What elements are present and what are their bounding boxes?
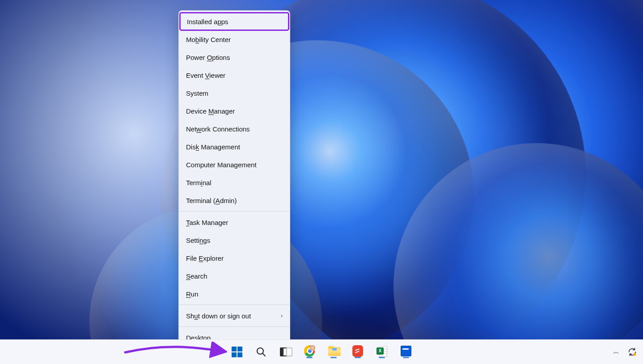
winx-item-label: File Explorer <box>186 254 224 262</box>
menu-separator <box>179 305 290 305</box>
todoist-icon <box>352 346 363 356</box>
svg-line-1 <box>262 353 265 356</box>
winx-item-power-options[interactable]: Power Options <box>179 48 290 66</box>
winx-item-mobility-center[interactable]: Mobility Center <box>179 30 290 48</box>
winx-item-label: Event Viewer <box>186 72 225 79</box>
winx-item-system[interactable]: System <box>179 84 290 102</box>
winx-item-label: Task Manager <box>186 219 228 226</box>
winx-item-label: Power Options <box>186 54 230 61</box>
winx-item-device-manager[interactable]: Device Manager <box>179 102 290 120</box>
winx-item-shut-down-or-sign-out[interactable]: Shut down or sign out› <box>179 307 290 325</box>
taskbar-app-chrome[interactable] <box>300 343 319 361</box>
winx-item-settings[interactable]: Settings <box>179 231 290 249</box>
chrome-icon <box>304 346 315 356</box>
sync-icon <box>627 347 637 357</box>
excel-icon: X <box>376 346 387 356</box>
winx-item-label: Disk Management <box>186 143 240 151</box>
menu-separator <box>179 326 290 327</box>
taskbar-app-excel[interactable]: X <box>372 343 391 361</box>
winx-item-label: Network Connections <box>186 125 250 133</box>
winx-item-search[interactable]: Search <box>179 267 290 285</box>
winx-item-label: Device Manager <box>186 107 235 115</box>
winx-item-installed-apps[interactable]: Installed apps <box>180 13 289 30</box>
winx-item-computer-management[interactable]: Computer Management <box>179 156 290 174</box>
winx-item-label: Shut down or sign out <box>186 312 251 320</box>
winx-menu: Installed appsMobility CenterPower Optio… <box>178 10 290 349</box>
winx-item-label: Run <box>186 290 199 298</box>
taskbar: X ︿ <box>0 339 643 364</box>
winx-item-event-viewer[interactable]: Event Viewer <box>179 66 290 84</box>
winx-item-run[interactable]: Run <box>179 285 290 303</box>
winx-item-terminal-admin[interactable]: Terminal (Admin) <box>179 191 290 209</box>
winx-item-network-connections[interactable]: Network Connections <box>179 120 290 138</box>
task-view-icon <box>280 347 291 357</box>
windows-logo-icon <box>232 347 242 357</box>
winx-item-label: System <box>186 89 208 97</box>
svg-point-2 <box>633 353 636 356</box>
chevron-up-icon: ︿ <box>613 348 619 356</box>
taskbar-app-todoist[interactable] <box>348 343 367 361</box>
file-explorer-icon <box>328 346 339 356</box>
window-app-icon <box>401 346 411 356</box>
search-button[interactable] <box>252 343 271 361</box>
search-icon <box>256 347 267 357</box>
taskbar-app-window[interactable] <box>397 343 415 361</box>
winx-item-label: Mobility Center <box>186 36 231 43</box>
tray-sync-button[interactable] <box>626 344 639 360</box>
winx-item-label: Settings <box>186 237 210 244</box>
winx-item-label: Installed apps <box>187 18 228 25</box>
winx-item-label: Terminal <box>186 179 212 186</box>
winx-item-file-explorer[interactable]: File Explorer <box>179 249 290 267</box>
winx-item-terminal[interactable]: Terminal <box>179 174 290 191</box>
taskbar-app-file-explorer[interactable] <box>324 343 343 361</box>
winx-item-label: Computer Management <box>186 161 257 169</box>
task-view-button[interactable] <box>276 343 295 361</box>
winx-item-disk-management[interactable]: Disk Management <box>179 138 290 156</box>
tray-overflow-button[interactable]: ︿ <box>610 344 622 360</box>
winx-item-label: Terminal (Admin) <box>186 197 237 204</box>
desktop-wallpaper <box>0 0 643 340</box>
taskbar-center: X <box>228 343 415 361</box>
winx-item-task-manager[interactable]: Task Manager <box>179 213 290 231</box>
system-tray: ︿ <box>610 344 639 360</box>
menu-separator <box>179 211 290 212</box>
winx-item-label: Search <box>186 272 207 280</box>
chevron-right-icon: › <box>281 313 283 319</box>
start-button[interactable] <box>228 343 246 361</box>
